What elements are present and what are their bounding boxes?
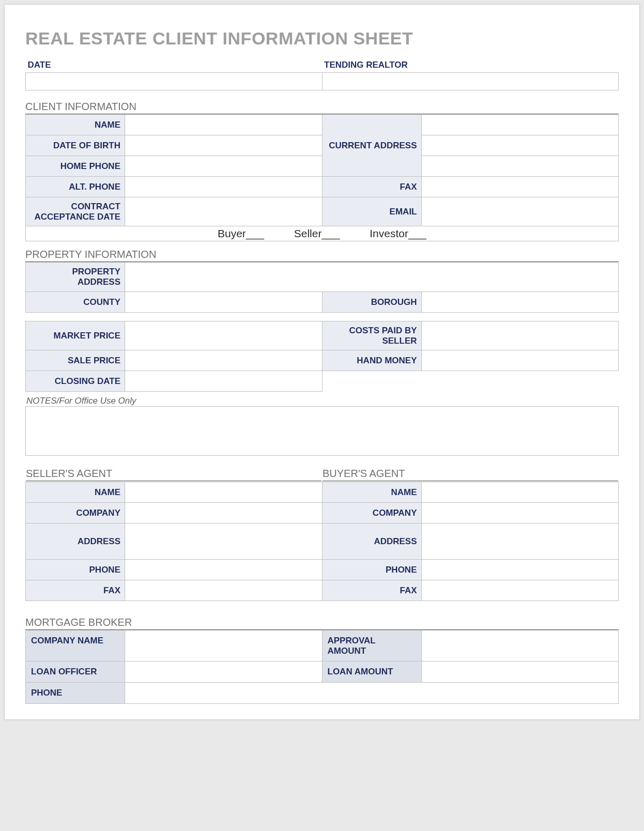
county-label: COUNTY [26,292,125,313]
seller-name-label: NAME [26,482,125,503]
broker-approval-label: APPROVAL AMOUNT [322,630,421,661]
agents-headings: SELLER'S AGENT BUYER'S AGENT [25,465,619,482]
realtor-input[interactable] [323,73,618,89]
seller-company-input[interactable] [126,503,321,522]
seller-phone-label: PHONE [26,560,125,580]
broker-company-input[interactable] [126,631,321,660]
broker-company-label: COMPANY NAME [26,630,125,661]
page-title: REAL ESTATE CLIENT INFORMATION SHEET [25,28,619,49]
client-info-table: NAME CURRENT ADDRESS DATE OF BIRTH HOME … [25,114,619,241]
email-label: EMAIL [322,197,421,226]
alt-phone-input[interactable] [126,177,321,196]
property-address-table: PROPERTY ADDRESS COUNTY BOROUGH [25,262,619,313]
buyer-address-input[interactable] [422,524,618,559]
role-line[interactable]: Buyer___ Seller___ Investor___ [26,226,619,241]
contract-date-input[interactable] [126,198,321,225]
role-seller: Seller___ [294,227,340,239]
costs-by-seller-label: COSTS PAID BY SELLER [322,321,421,350]
seller-agent-heading: SELLER'S AGENT [26,468,321,481]
broker-table: COMPANY NAME APPROVAL AMOUNT LOAN OFFICE… [25,630,619,704]
current-address-input-1[interactable] [422,115,618,134]
broker-loan-amount-label: LOAN AMOUNT [322,661,421,683]
borough-input[interactable] [422,293,618,312]
seller-address-input[interactable] [126,524,321,559]
hand-money-input[interactable] [422,351,618,370]
name-input[interactable] [126,115,321,134]
property-info-heading: PROPERTY INFORMATION [25,249,619,262]
contract-date-label: CONTRACT ACCEPTANCE DATE [26,197,125,226]
seller-company-label: COMPANY [26,503,125,524]
broker-loan-amount-input[interactable] [422,662,618,682]
seller-fax-label: FAX [26,580,125,601]
costs-by-seller-input[interactable] [422,322,618,349]
buyer-name-label: NAME [322,482,421,503]
hand-money-label: HAND MONEY [322,350,421,371]
property-price-table: MARKET PRICE COSTS PAID BY SELLER SALE P… [25,321,619,392]
buyer-name-input[interactable] [422,483,618,502]
notes-box [25,406,619,456]
buyer-fax-label: FAX [322,580,421,601]
date-input[interactable] [26,73,321,89]
role-buyer: Buyer___ [218,227,264,239]
buyer-agent-heading: BUYER'S AGENT [323,468,618,481]
home-phone-input[interactable] [126,157,321,176]
market-price-input[interactable] [126,322,321,349]
current-address-input-3[interactable] [422,157,618,176]
realtor-label: TENDING REALTOR [322,60,619,73]
buyer-fax-input[interactable] [422,581,618,600]
dob-input[interactable] [126,136,321,155]
home-phone-label: HOME PHONE [26,156,125,177]
notes-input[interactable] [26,407,618,455]
agents-table: NAME NAME COMPANY COMPANY ADDRESS ADDRES… [25,482,619,601]
role-investor: Investor___ [370,227,426,239]
buyer-company-label: COMPANY [322,503,421,524]
market-price-label: MARKET PRICE [26,321,125,350]
current-address-label: CURRENT ADDRESS [322,115,421,177]
property-address-label: PROPERTY ADDRESS [26,263,125,292]
seller-address-label: ADDRESS [26,524,125,560]
email-input[interactable] [422,198,618,225]
seller-fax-input[interactable] [126,581,321,600]
date-label: DATE [26,60,323,73]
name-label: NAME [26,115,125,135]
county-input[interactable] [126,293,321,312]
broker-heading: MORTGAGE BROKER [25,617,619,630]
current-address-input-2[interactable] [422,136,618,155]
borough-label: BOROUGH [322,292,421,313]
broker-phone-label: PHONE [26,683,125,704]
buyer-phone-input[interactable] [422,560,618,579]
sale-price-label: SALE PRICE [26,350,125,371]
broker-phone-input[interactable] [126,683,618,703]
property-address-input[interactable] [126,263,618,291]
alt-phone-label: ALT. PHONE [26,177,125,197]
broker-officer-label: LOAN OFFICER [26,661,125,683]
broker-approval-input[interactable] [422,631,618,660]
seller-name-input[interactable] [126,483,321,502]
header-row: DATE TENDING REALTOR [25,60,619,90]
broker-officer-input[interactable] [126,662,321,682]
buyer-address-label: ADDRESS [322,524,421,560]
notes-label: NOTES/For Office Use Only [26,396,619,406]
buyer-company-input[interactable] [422,503,618,522]
form-page: REAL ESTATE CLIENT INFORMATION SHEET DAT… [4,4,640,720]
client-info-heading: CLIENT INFORMATION [25,101,619,114]
buyer-phone-label: PHONE [322,560,421,580]
closing-date-input[interactable] [126,372,321,391]
closing-date-label: CLOSING DATE [26,371,125,392]
fax-label: FAX [322,177,421,197]
dob-label: DATE OF BIRTH [26,135,125,156]
fax-input[interactable] [422,177,618,196]
sale-price-input[interactable] [126,351,321,370]
seller-phone-input[interactable] [126,560,321,579]
